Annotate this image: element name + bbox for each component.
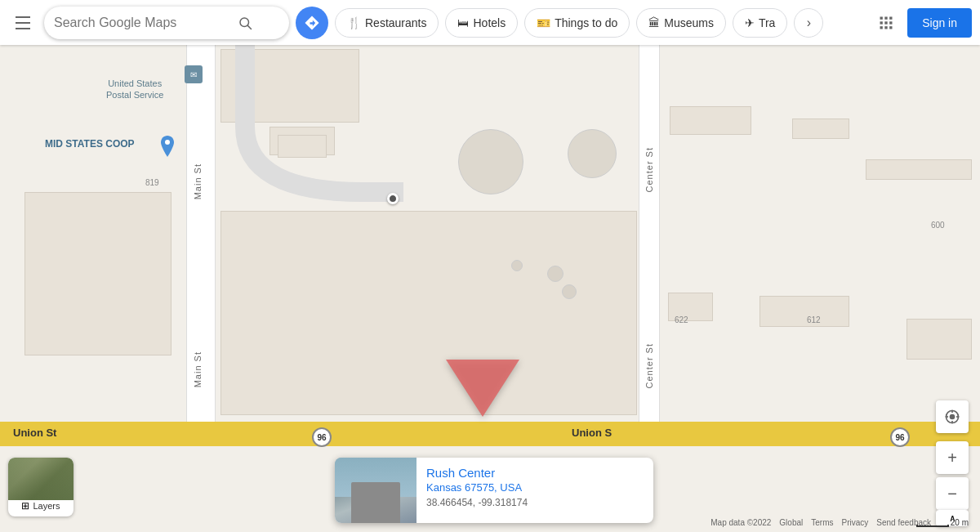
postal-service-marker: ✉ [185,65,203,83]
apps-grid-button[interactable] [871,8,901,38]
image-silo [351,482,400,523]
search-box [44,7,289,39]
scale-line [916,525,949,527]
svg-rect-9 [880,26,883,29]
search-button[interactable] [234,11,256,34]
coop-label: MID STATES COOP [45,138,135,150]
building-block [670,106,751,135]
zoom-controls: + − [936,441,969,510]
coop-marker: MID STATES COOP [45,136,135,150]
chips-area: 🍴 Restaurants 🛏 Hotels 🎫 Things to do 🏛 … [335,8,865,38]
restaurants-icon: 🍴 [347,16,361,29]
center-st-label: Center St [644,147,654,192]
union-st-label-right: Union S [572,427,612,439]
chip-travel-label: Tra [759,16,775,29]
main-st-label2: Main St [193,351,203,387]
coop-pin [159,136,176,157]
chips-more-button[interactable]: › [794,8,823,38]
small-circle [547,266,564,282]
directions-button[interactable] [296,7,328,39]
label-622: 622 [675,315,688,324]
svg-rect-10 [885,26,888,29]
hamburger-line [16,22,30,24]
info-card-coords: 38.466454, -99.318174 [426,497,644,508]
hamburger-line [16,28,30,29]
info-card-subtitle: Kansas 67575, USA [426,481,644,494]
location-dot [387,193,399,204]
chip-things-to-do-label: Things to do [555,16,617,29]
chip-museums[interactable]: 🏛 Museums [636,8,726,38]
info-card-content: Rush Center Kansas 67575, USA 38.466454,… [416,458,653,523]
union-st-road [0,422,980,446]
svg-rect-3 [880,16,883,19]
circle-feature [568,129,617,178]
building-block [24,192,172,355]
search-input[interactable] [54,16,234,30]
chip-hotels-label: Hotels [473,16,506,29]
terms-link[interactable]: Terms [811,518,833,527]
svg-rect-7 [885,21,888,24]
layers-icon: ⊞ [21,500,29,512]
scale-bar: 20 m [916,518,969,527]
zoom-out-button[interactable]: − [936,477,969,510]
chip-restaurants-label: Restaurants [365,16,426,29]
building-block [906,319,972,360]
travel-icon: ✈ [745,16,755,29]
small-circle [511,260,523,271]
svg-rect-4 [885,16,888,19]
label-612: 612 [807,315,821,324]
chip-things-to-do[interactable]: 🎫 Things to do [524,8,630,38]
route-96-badge-left: 96 [312,427,332,447]
global-link[interactable]: Global [779,518,803,527]
label-819: 819 [145,178,159,187]
layers-overlay [8,458,74,500]
my-location-button[interactable] [936,400,969,433]
chip-travel[interactable]: ✈ Tra [733,8,787,38]
drop-arrow [446,360,519,417]
privacy-link[interactable]: Privacy [841,518,868,527]
building-block-large [220,211,637,415]
layers-button[interactable]: ⊞ Layers [8,458,74,516]
info-card-title[interactable]: Rush Center [426,466,644,480]
info-card-image [335,458,416,523]
curved-road-svg [216,45,403,208]
chip-museums-label: Museums [664,16,714,29]
menu-button[interactable] [8,8,38,38]
postal-label: United StatesPostal Service [106,78,163,101]
route-96-badge-right: 96 [890,427,910,447]
circle-feature [458,129,523,194]
header: 🍴 Restaurants 🛏 Hotels 🎫 Things to do 🏛 … [0,0,980,45]
directions-icon [304,15,320,31]
label-600: 600 [931,221,945,230]
center-st-label2: Center St [644,343,654,388]
svg-point-0 [165,140,170,145]
chip-restaurants[interactable]: 🍴 Restaurants [335,8,439,38]
scale-label: 20 m [951,518,969,527]
search-icon [238,16,252,30]
building-block [866,159,972,180]
main-st-label: Main St [193,163,203,199]
map-container[interactable]: Main St Main St Center St Center St Unio… [0,0,980,532]
museums-icon: 🏛 [648,16,660,29]
building-block [760,296,849,327]
svg-rect-8 [889,21,892,24]
svg-line-2 [247,25,251,29]
location-icon [944,409,960,425]
small-circle [562,284,577,299]
map-data-label: Map data ©2022 [710,518,771,527]
chevron-right-icon: › [807,16,811,30]
hamburger-line [16,16,30,18]
hotels-icon: 🛏 [457,16,469,29]
union-st-label-left: Union St [13,427,56,439]
svg-rect-6 [880,21,883,24]
layers-label-row: ⊞ Layers [21,500,60,512]
svg-point-12 [950,414,956,420]
info-card[interactable]: Rush Center Kansas 67575, USA 38.466454,… [335,458,653,523]
postal-icon: ✉ [185,65,203,83]
zoom-in-button[interactable]: + [936,441,969,474]
chip-hotels[interactable]: 🛏 Hotels [445,8,518,38]
things-to-do-icon: 🎫 [537,16,550,29]
layers-text: Layers [33,501,60,511]
building-block [792,118,849,139]
signin-button[interactable]: Sign in [907,8,972,38]
